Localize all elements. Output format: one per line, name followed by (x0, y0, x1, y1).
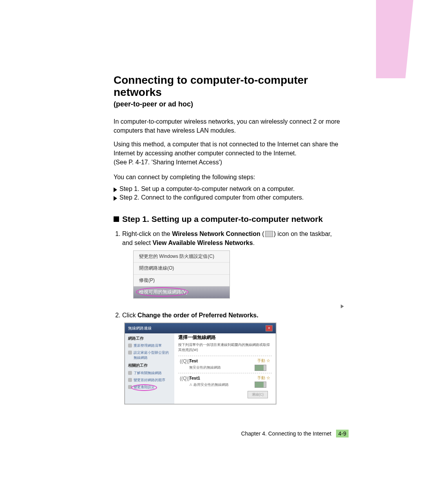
wifi-icon: ((Q)) (180, 375, 188, 382)
dialog-main-panel: 選擇一個無線網路 按下列清單中的一個項目來連線到範圍內的無線網路或取得其他資訊(… (174, 323, 276, 404)
li1-bold-b: Wireless Network Connection (172, 230, 260, 237)
li1-bold-e: View Available Wireless Networks (152, 239, 253, 246)
network-manual-star: 手動 ☆ (255, 375, 270, 381)
li1-text-c: ( (260, 230, 264, 237)
context-menu: 變更您的 Windows 防火牆設定值(C) 開啓網路連線(O) 修復(P) 檢… (133, 250, 230, 299)
dialog-sidebar: 網路工作 重新整理網路清單 設定家庭小型辦公室的無線網路 相關的工作 了解有關無… (125, 323, 174, 404)
setup-icon (128, 351, 132, 355)
step-summary-1: Step 1. Set up a computer-to-computer ne… (114, 185, 341, 193)
sidebar-task-setup-label: 設定家庭小型辦公室的無線網路 (134, 350, 171, 360)
li1-text-f: . (253, 239, 255, 246)
wireless-dialog-screenshot: 無線網路連線 × 網路工作 重新整理網路清單 設定家庭小型辦公室的無線網路 相關… (125, 323, 276, 404)
intro-p2-line1: Using this method, a computer that is no… (114, 141, 338, 157)
footer-page-number: 4-9 (336, 430, 349, 437)
page-subtitle: (peer-to-peer or ad hoc) (114, 100, 341, 108)
sidebar-task-setup[interactable]: 設定家庭小型辦公室的無線網路 (128, 350, 171, 360)
menu-item-repair[interactable]: 修復(P) (134, 275, 230, 286)
li2-bold-b: Change the order of Preferred Networks. (137, 312, 258, 319)
panel-title: 選擇一個無線網路 (178, 334, 272, 341)
sidebar-task-learn[interactable]: 了解有關無線網路 (128, 371, 171, 376)
step1-heading-text: Step 1. Setting up a computer-to-compute… (122, 214, 323, 224)
context-menu-screenshot: 變更您的 Windows 防火牆設定值(C) 開啓網路連線(O) 修復(P) 檢… (122, 250, 341, 307)
square-bullet-icon (114, 216, 119, 222)
page-footer: Chapter 4. Connecting to the Internet 4-… (241, 430, 349, 437)
steps-intro-text: You can connect by completing the follow… (114, 173, 341, 182)
network-item-1[interactable]: ((Q)) Test 無安全性的無線網路 手動 ☆ (178, 356, 272, 373)
step-summary-2-text: Step 2. Connect to the configured comput… (119, 194, 304, 201)
footer-chapter: Chapter 4. Connecting to the Internet (241, 430, 331, 437)
menu-item-view-networks[interactable]: 檢視可用的無線網路(V) (134, 286, 230, 298)
sidebar-task-refresh[interactable]: 重新整理網路清單 (128, 343, 171, 348)
steps-intro: You can connect by completing the follow… (114, 173, 341, 182)
arrow-icon (114, 196, 117, 201)
info-icon (128, 371, 132, 375)
sidebar-task-change-order[interactable]: 變更首好網路的順序 (128, 378, 171, 383)
menu-item-view-networks-label: 檢視可用的無線網路(V) (139, 289, 188, 295)
step-summary-2: Step 2. Connect to the configured comput… (114, 194, 341, 201)
page-corner-graphic (376, 0, 423, 78)
intro-p2-line2: (See P. 4-17. 'Sharing Internet Access') (114, 159, 222, 166)
intro-paragraph-1: In computer-to-computer wireless network… (114, 117, 341, 135)
sidebar-task-advanced[interactable]: 變更進階設定 (128, 385, 171, 390)
intro-paragraph-2: Using this method, a computer that is no… (114, 140, 341, 167)
sidebar-header-network-tasks: 網路工作 (128, 336, 171, 342)
sidebar-task-refresh-label: 重新整理網路清單 (134, 343, 162, 348)
dialog-title: 無線網路連線 (128, 326, 152, 331)
arrow-icon (114, 187, 117, 192)
network-item-2[interactable]: ((Q)) Test1 ⚠ 啟用安全性的無線網路 手動 ☆ (178, 373, 272, 390)
network-name: Test (189, 358, 253, 364)
panel-subtitle: 按下列清單中的一個項目來連線到範圍內的無線網路或取得其他資訊(W) (178, 342, 272, 353)
dialog-titlebar: 無線網路連線 × (125, 323, 276, 333)
signal-strength-icon (255, 365, 266, 371)
li1-text-a: Right-click on the (122, 230, 172, 237)
connect-button[interactable]: 連線(C) (248, 391, 268, 398)
network-desc: 無安全性的無線網路 (189, 365, 253, 370)
sidebar-task-advanced-label: 變更進階設定 (134, 385, 155, 390)
star-icon (128, 378, 132, 382)
sidebar-task-change-order-label: 變更首好網路的順序 (134, 378, 165, 383)
wireless-tray-icon (265, 231, 273, 237)
step1-heading: Step 1. Setting up a computer-to-compute… (114, 214, 341, 224)
network-manual-star: 手動 ☆ (255, 358, 270, 364)
wifi-icon: ((Q)) (180, 358, 188, 365)
signal-strength-icon (255, 382, 266, 388)
close-icon[interactable]: × (266, 325, 273, 331)
step1-instruction-2: Click Change the order of Preferred Netw… (122, 311, 341, 404)
li2-text-a: Click (122, 312, 137, 319)
menu-item-open-connections[interactable]: 開啓網路連線(O) (134, 263, 230, 274)
pointer-arrow-icon (341, 304, 344, 308)
step-summary-1-text: Step 1. Set up a computer-to-computer ne… (119, 185, 295, 193)
refresh-icon (128, 344, 132, 347)
network-name: Test1 (189, 375, 253, 382)
sidebar-header-related: 相關的工作 (128, 363, 171, 369)
main-content: Connecting to computer-to-computer netwo… (114, 0, 341, 404)
gear-icon (128, 385, 132, 389)
page-title: Connecting to computer-to-computer netwo… (114, 74, 341, 99)
sidebar-task-learn-label: 了解有關無線網路 (134, 371, 162, 376)
menu-item-firewall[interactable]: 變更您的 Windows 防火牆設定值(C) (134, 251, 230, 263)
step1-instruction-1: Right-click on the Wireless Network Conn… (122, 229, 341, 307)
network-desc: ⚠ 啟用安全性的無線網路 (189, 382, 253, 387)
